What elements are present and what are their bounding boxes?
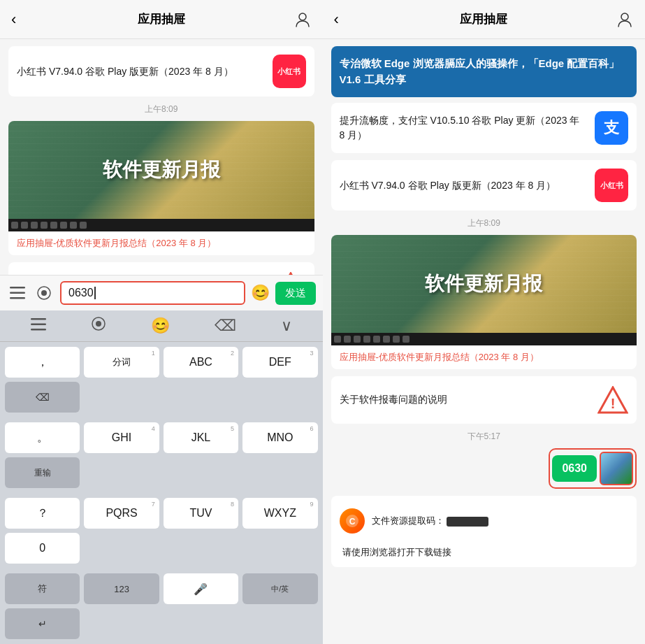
right-msg-text-alipay: 提升流畅度，支付宝 V10.5.10 谷歌 Play 更新（2023 年 8 月…: [340, 113, 587, 143]
svg-rect-9: [31, 324, 46, 326]
left-msg-text-1: 小红书 V7.94.0 谷歌 Play 版更新（2023 年 8 月）: [17, 64, 264, 79]
right-warning-card[interactable]: 关于软件报毒问题的说明 !: [331, 376, 637, 424]
right-resource-card[interactable]: C 文件资源提取码： 请使用浏览器打开下载链接: [331, 496, 637, 567]
right-header: ‹ 应用抽屉: [323, 0, 646, 39]
left-keyboard-row3: ？ 7 PQRS 8 TUV 9 WXYZ 0: [0, 493, 323, 568]
right-dark-card[interactable]: 专治微软 Edge 浏览器膈应人的骚操作，「Edge 配置百科」V1.6 工具分…: [331, 46, 637, 97]
key-def[interactable]: 3 DEF: [242, 347, 317, 378]
key-mno[interactable]: 6 MNO: [242, 422, 317, 453]
svg-point-7: [41, 290, 47, 296]
left-timestamp-1: 上午8:09: [8, 103, 314, 115]
right-resource-row: C 文件资源提取码：: [340, 504, 489, 538]
right-sent-msg-highlight: 0630: [549, 448, 637, 489]
left-input-value: 0630: [68, 287, 94, 299]
right-timestamp-1: 上午8:09: [331, 217, 637, 229]
right-msg-card-alipay[interactable]: 提升流畅度，支付宝 V10.5.10 谷歌 Play 更新（2023 年 8 月…: [331, 103, 637, 153]
left-msg-card-1[interactable]: 小红书 V7.94.0 谷歌 Play 版更新（2023 年 8 月） 小红书: [8, 46, 314, 96]
left-header: ‹ 应用抽屉: [0, 0, 323, 39]
key-comma[interactable]: ，: [5, 347, 80, 378]
right-msg-card-xhs[interactable]: 小红书 V7.94.0 谷歌 Play 版更新（2023 年 8 月） 小红书: [331, 160, 637, 210]
left-keyboard-row2: 。 4 GHI 5 JKL 6 MNO 重输: [0, 417, 323, 493]
left-panel-title: 应用抽屉: [138, 11, 185, 27]
left-kb-back-icon[interactable]: ⌫: [215, 317, 236, 335]
left-keyboard-bottom: 符 123 🎤 中/英 ↵: [0, 568, 323, 644]
left-image-card[interactable]: 软件更新月报 应用抽屉-优质软件更新月报总结（2023 年 8 月）: [8, 121, 314, 255]
left-back-button[interactable]: ‹: [11, 10, 16, 29]
left-chat-area: 小红书 V7.94.0 谷歌 Play 版更新（2023 年 8 月） 小红书 …: [0, 39, 323, 275]
key-question[interactable]: ？: [5, 498, 80, 529]
key-reset[interactable]: 重输: [5, 457, 80, 488]
left-kb-emoji-icon[interactable]: 😊: [151, 317, 170, 335]
left-voice-icon-button[interactable]: [34, 282, 55, 303]
right-warning-icon: !: [597, 386, 628, 414]
key-enter[interactable]: ↵: [5, 608, 80, 639]
left-input-bar: 0630 😊 发送: [0, 275, 323, 310]
left-send-button[interactable]: 发送: [275, 282, 316, 305]
svg-point-12: [96, 321, 101, 327]
right-alipay-icon: 支: [595, 111, 628, 145]
key-fu[interactable]: 符: [5, 573, 80, 604]
svg-point-13: [621, 13, 628, 20]
svg-rect-10: [31, 329, 46, 331]
key-ghi[interactable]: 4 GHI: [84, 422, 159, 453]
right-panel: ‹ 应用抽屉 专治微软 Edge 浏览器膈应人的骚操作，「Edge 配置百科」V…: [323, 0, 646, 644]
right-chat-area: 专治微软 Edge 浏览器膈应人的骚操作，「Edge 配置百科」V1.6 工具分…: [323, 39, 646, 644]
key-fenci[interactable]: 1 分词: [84, 347, 159, 378]
left-banner-text: 软件更新月报: [103, 157, 220, 183]
right-resource-text: 文件资源提取码：: [372, 515, 489, 527]
svg-text:C: C: [349, 517, 355, 527]
right-film-strip: [331, 333, 637, 345]
key-backspace[interactable]: ⌫: [5, 382, 80, 413]
right-avatar-button[interactable]: [616, 10, 634, 29]
right-back-button[interactable]: ‹: [334, 10, 339, 29]
left-panel: ‹ 应用抽屉 小红书 V7.94.0 谷歌 Play 版更新（2023 年 8 …: [0, 0, 323, 644]
left-keyboard-toolbar: 😊 ⌫ ∨: [0, 310, 323, 342]
right-banner-image: 软件更新月报: [331, 235, 637, 333]
right-banner-text: 软件更新月报: [425, 271, 542, 297]
right-masked-code: [447, 517, 488, 527]
right-resource-link: 请使用浏览器打开下载链接: [340, 546, 451, 559]
right-timestamp-2: 下午5:17: [331, 431, 637, 443]
right-resource-label: 文件资源提取码：: [372, 515, 444, 526]
left-input-field[interactable]: 0630: [60, 281, 245, 305]
right-sent-msg-row: 0630: [331, 448, 637, 489]
right-panel-title: 应用抽屉: [460, 11, 507, 27]
right-image-caption: 应用抽屉-优质软件更新月报总结（2023 年 8 月）: [331, 345, 637, 369]
left-film-strip: [8, 219, 314, 231]
key-tuv[interactable]: 8 TUV: [164, 498, 238, 529]
svg-rect-3: [10, 287, 25, 289]
left-avatar-button[interactable]: [293, 10, 312, 29]
svg-text:!: !: [611, 396, 616, 411]
left-banner-image: 软件更新月报: [8, 121, 314, 219]
key-jkl[interactable]: 5 JKL: [164, 422, 238, 453]
key-wxyz[interactable]: 9 WXYZ: [242, 498, 317, 529]
key-zero[interactable]: 0: [5, 533, 80, 564]
key-lang-switch[interactable]: 中/英: [242, 573, 317, 604]
left-cursor: [94, 287, 96, 299]
key-123[interactable]: 123: [84, 573, 159, 604]
svg-rect-8: [31, 318, 46, 320]
key-microphone[interactable]: 🎤: [164, 573, 238, 604]
key-period[interactable]: 。: [5, 422, 80, 453]
left-keyboard: ， 1 分词 2 ABC 3 DEF ⌫ 。 4 GHI 5: [0, 342, 323, 644]
svg-rect-4: [10, 292, 25, 294]
svg-point-0: [299, 13, 306, 20]
left-keyboard-row1: ， 1 分词 2 ABC 3 DEF ⌫: [0, 342, 323, 417]
left-emoji-button[interactable]: 😊: [251, 284, 270, 302]
left-xiaohongshu-icon: 小红书: [273, 55, 306, 88]
right-warning-text: 关于软件报毒问题的说明: [340, 394, 447, 406]
left-image-caption: 应用抽屉-优质软件更新月报总结（2023 年 8 月）: [8, 231, 314, 255]
left-warning-card[interactable]: 关于软件报毒问题的说明 !: [8, 262, 314, 275]
left-kb-voice-icon[interactable]: [91, 316, 106, 336]
left-kb-collapse-icon[interactable]: ∨: [281, 317, 292, 335]
left-kb-menu-icon[interactable]: [31, 317, 46, 335]
left-menu-icon-button[interactable]: [7, 282, 28, 303]
key-abc[interactable]: 2 ABC: [164, 347, 238, 378]
right-msg-text-xhs: 小红书 V7.94.0 谷歌 Play 版更新（2023 年 8 月）: [340, 178, 587, 193]
right-sent-thumb: [600, 452, 633, 485]
right-image-card[interactable]: 软件更新月报 应用抽屉-优质软件更新月报总结（2023 年 8 月）: [331, 235, 637, 369]
key-pqrs[interactable]: 7 PQRS: [84, 498, 159, 529]
right-sent-bubble: 0630: [552, 455, 597, 482]
svg-rect-5: [10, 297, 25, 299]
right-resource-icon: C: [340, 508, 365, 534]
